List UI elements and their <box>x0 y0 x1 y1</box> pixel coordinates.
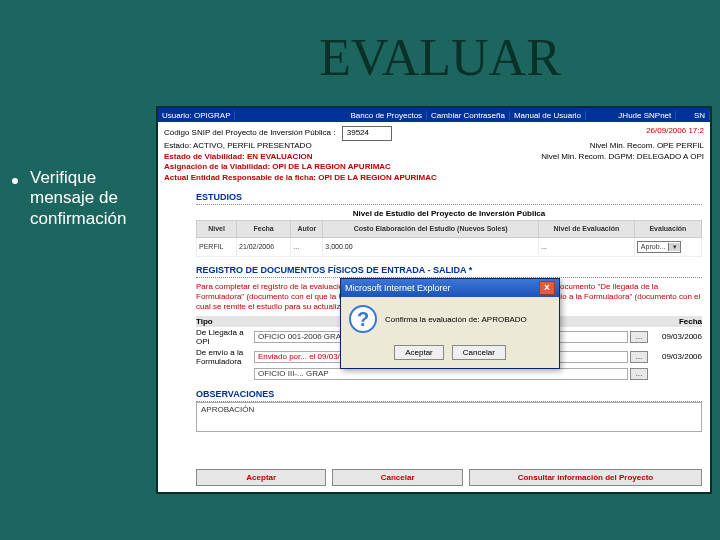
th-autor: Autor <box>291 220 323 237</box>
panel-title-observ: OBSERVACIONES <box>196 387 702 402</box>
cancelar-button[interactable]: Cancelar <box>332 469 462 486</box>
responsable: Actual Entidad Responsable de la ficha: … <box>164 173 704 184</box>
dialog-title: Microsoft Internet Explorer <box>345 283 451 293</box>
cell-fecha: 21/02/2006 <box>237 237 291 256</box>
cell-nivel: PERFIL <box>197 237 237 256</box>
bullet-item: Verifique mensaje de confirmación <box>12 168 152 229</box>
bottom-buttons: Aceptar Cancelar Consultar información d… <box>196 469 702 486</box>
bullet-text: Verifique mensaje de confirmación <box>30 168 152 229</box>
topbar: Usuario: OPIGRAP Banco de Proyectos Camb… <box>158 108 710 122</box>
close-icon[interactable]: × <box>539 281 555 295</box>
browse-button[interactable]: … <box>630 331 648 343</box>
reg-col-tipo: Tipo <box>196 317 250 326</box>
codigo-label: Código SNIP del Proyecto de Inversión Pú… <box>164 128 336 137</box>
meta-block: Código SNIP del Proyecto de Inversión Pú… <box>158 122 710 186</box>
asignacion: Asignación de la Viabilidad: OPI DE LA R… <box>164 162 704 173</box>
eval-dropdown[interactable]: Aprob... ▾ <box>637 241 682 253</box>
th-neval: Nivel de Evaluación <box>538 220 634 237</box>
observ-textarea[interactable]: APROBACIÓN <box>196 402 702 432</box>
chevron-down-icon: ▾ <box>668 243 680 251</box>
cell-costo: 3,000.00 <box>323 237 539 256</box>
panel-title-registro: REGISTRO DE DOCUMENTOS FÍSICOS DE ENTRAD… <box>196 263 702 278</box>
th-costo: Costo Elaboración del Estudio (Nuevos So… <box>323 220 539 237</box>
cell-autor: ... <box>291 237 323 256</box>
dialog-titlebar: Microsoft Internet Explorer × <box>341 279 559 297</box>
eval-dropdown-value: Aprob... <box>638 243 669 250</box>
confirm-dialog: Microsoft Internet Explorer × ? Confirma… <box>340 278 560 369</box>
aceptar-button[interactable]: Aceptar <box>196 469 326 486</box>
question-icon: ? <box>349 305 377 333</box>
estado-viab: Estado de Viabilidad: EN EVALUACION <box>164 152 313 163</box>
table-row: PERFIL 21/02/2006 ... 3,000.00 ... Aprob… <box>197 237 702 256</box>
panel-title-estudios: ESTUDIOS <box>196 190 702 205</box>
reg-input[interactable]: OFICIO III-... GRAP <box>254 368 628 380</box>
reg-label: De Llegada a OPI <box>196 328 250 346</box>
link-banco[interactable]: Banco de Proyectos <box>346 111 427 120</box>
nmin-dgpm: Nivel Min. Recom. DGPM: DELEGADO A OPI <box>541 152 704 163</box>
timestamp: 26/09/2006 17:2 <box>646 126 704 141</box>
topbar-user: Usuario: OPIGRAP <box>158 111 235 120</box>
dialog-ok-button[interactable]: Aceptar <box>394 345 444 360</box>
dialog-cancel-button[interactable]: Cancelar <box>452 345 506 360</box>
slide-title: EVALUAR <box>0 0 720 87</box>
consultar-button[interactable]: Consultar información del Proyecto <box>469 469 702 486</box>
cell-neval: ... <box>538 237 634 256</box>
link-cambiar[interactable]: Cambiar Contraseña <box>427 111 510 120</box>
th-nivel: Nivel <box>197 220 237 237</box>
browse-button[interactable]: … <box>630 351 648 363</box>
browse-button[interactable]: … <box>630 368 648 380</box>
reg-col-fecha: Fecha <box>652 317 702 326</box>
studies-subtitle: Nivel de Estudio del Proyecto de Inversi… <box>196 205 702 220</box>
th-fecha: Fecha <box>237 220 291 237</box>
bullet-dot-icon <box>12 178 18 184</box>
codigo-input[interactable]: 39524 <box>342 126 392 141</box>
link-sn[interactable]: SN <box>690 111 710 120</box>
estado: Estado: ACTIVO, PERFIL PRESENTADO <box>164 141 312 152</box>
reg-fecha: 09/03/2006 <box>652 332 702 341</box>
link-manual[interactable]: Manual de Usuario <box>510 111 586 120</box>
reg-fecha: 09/03/2006 <box>652 352 702 361</box>
nmin-ope: Nivel Min. Recom. OPE PERFIL <box>590 141 704 152</box>
link-jhude[interactable]: JHude SNPnet <box>614 111 676 120</box>
cell-eval: Aprob... ▾ <box>634 237 701 256</box>
dialog-message: Confirma la evaluación de: APROBADO <box>385 315 527 324</box>
th-eval: Evaluación <box>634 220 701 237</box>
reg-label: De envío a la Formuladora <box>196 348 250 366</box>
studies-table: Nivel Fecha Autor Costo Elaboración del … <box>196 220 702 257</box>
